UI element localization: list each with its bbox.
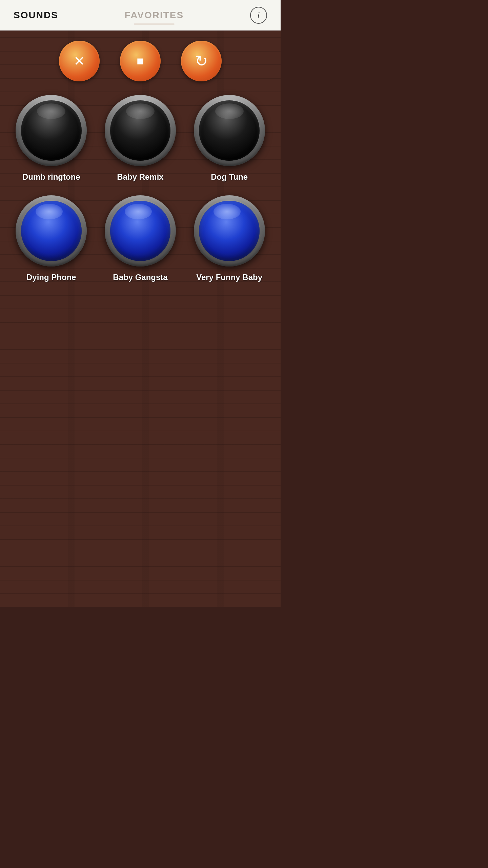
sound-button-very-funny-baby[interactable] <box>194 195 265 267</box>
cancel-button[interactable] <box>59 41 100 81</box>
sound-label-dog-tune: Dog Tune <box>211 172 248 182</box>
sound-item-dying-phone[interactable]: Dying Phone <box>10 195 93 282</box>
sound-label-baby-gangsta: Baby Gangsta <box>113 273 167 282</box>
sound-button-dog-tune[interactable] <box>194 95 265 166</box>
refresh-button[interactable] <box>181 41 222 81</box>
refresh-icon <box>195 52 208 70</box>
cancel-icon <box>74 53 85 69</box>
stop-icon <box>137 54 144 68</box>
info-button[interactable]: i <box>250 7 267 24</box>
header: SOUNDS FAVORITES i <box>0 0 281 31</box>
sound-item-baby-gangsta[interactable]: Baby Gangsta <box>99 195 182 282</box>
sound-label-dying-phone: Dying Phone <box>26 273 76 282</box>
stop-button[interactable] <box>120 41 161 81</box>
sound-label-very-funny-baby: Very Funny Baby <box>196 273 262 282</box>
sounds-grid-row1: Dumb ringtone Baby Remix Dog Tune <box>7 92 274 185</box>
sound-button-baby-remix[interactable] <box>105 95 176 166</box>
info-icon: i <box>257 10 260 20</box>
sound-item-very-funny-baby[interactable]: Very Funny Baby <box>188 195 270 282</box>
controls-row <box>7 41 274 81</box>
sound-button-baby-gangsta[interactable] <box>105 195 176 267</box>
sound-item-dumb-ringtone[interactable]: Dumb ringtone <box>10 95 93 182</box>
sound-button-dumb-ringtone[interactable] <box>16 95 87 166</box>
sound-item-dog-tune[interactable]: Dog Tune <box>188 95 270 182</box>
tab-favorites[interactable]: FAVORITES <box>125 10 184 21</box>
sound-button-dying-phone[interactable] <box>16 195 87 267</box>
tab-sounds[interactable]: SOUNDS <box>14 10 58 21</box>
sounds-grid-row2: Dying Phone Baby Gangsta Very Funny Baby <box>7 192 274 285</box>
main-content: Dumb ringtone Baby Remix Dog Tune Dying … <box>0 31 281 607</box>
sound-label-dumb-ringtone: Dumb ringtone <box>22 172 80 182</box>
sound-label-baby-remix: Baby Remix <box>117 172 163 182</box>
sound-item-baby-remix[interactable]: Baby Remix <box>99 95 182 182</box>
